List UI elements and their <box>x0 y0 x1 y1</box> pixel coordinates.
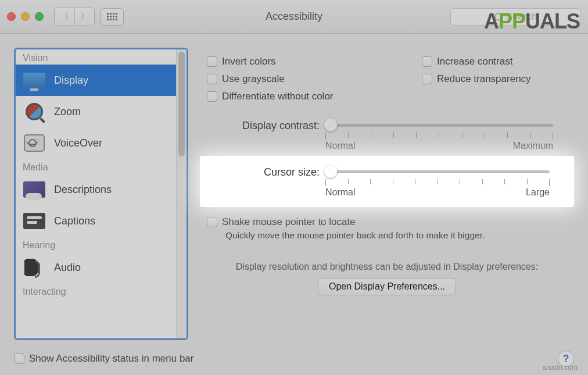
sidebar-item-label: Captions <box>54 215 95 227</box>
chevron-right-icon: 〉 <box>80 10 89 23</box>
option-label: Reduce transparency <box>437 73 531 85</box>
sidebar-item-label: VoiceOver <box>54 137 102 149</box>
window-controls <box>7 12 44 21</box>
resolution-note-text: Display resolution and brightness can be… <box>203 262 571 272</box>
checkbox-icon[interactable] <box>14 353 24 364</box>
option-label: Use grayscale <box>222 73 285 85</box>
category-media: Media <box>16 159 176 174</box>
forward-button[interactable]: 〉 <box>74 8 94 26</box>
display-contrast-slider[interactable]: Normal Maximum <box>325 119 571 151</box>
display-icon <box>23 70 46 90</box>
grid-icon <box>107 13 117 20</box>
option-reduce-transparency[interactable]: Reduce transparency <box>422 73 571 85</box>
slider-range-labels: Normal Maximum <box>325 141 553 151</box>
sidebar-item-label: Zoom <box>54 106 81 118</box>
cursor-size-row: Cursor size: Normal Large <box>232 165 567 198</box>
minimize-icon[interactable] <box>21 12 30 21</box>
shake-hint: Quickly move the mouse pointer back and … <box>225 230 571 241</box>
slider-track[interactable] <box>325 165 550 178</box>
checkbox-icon[interactable] <box>207 56 217 67</box>
watermark-brand: APPUALS <box>484 9 580 34</box>
checkbox-icon[interactable] <box>207 74 217 84</box>
shake-checkbox-row[interactable]: Shake mouse pointer to locate <box>207 216 571 228</box>
resolution-note: Display resolution and brightness can be… <box>203 262 571 295</box>
slider-max-label: Large <box>526 187 550 198</box>
display-contrast-row: Display contrast: Normal Maximum <box>232 119 571 151</box>
cursor-size-highlight: Cursor size: Normal Large <box>200 156 574 207</box>
category-sidebar: Vision Display Zoom VoiceOver Media Desc… <box>14 48 188 340</box>
top-options-grid: Invert colors Increase contrast Use gray… <box>207 53 571 105</box>
watermark-part: PP <box>499 9 525 34</box>
scroll-thumb[interactable] <box>178 52 185 156</box>
option-label: Increase contrast <box>437 56 512 67</box>
slider-track[interactable] <box>325 119 553 131</box>
sidebar-item-display[interactable]: Display <box>16 65 176 96</box>
slider-range-labels: Normal Large <box>325 187 550 198</box>
accessibility-window: 〈 〉 Accessibility Search Vision Display <box>0 0 588 375</box>
option-label: Differentiate without color <box>222 91 334 102</box>
slider-min-label: Normal <box>325 141 356 151</box>
footer-show-status-label: Show Accessibility status in menu bar <box>29 353 193 365</box>
content-area: Vision Display Zoom VoiceOver Media Desc… <box>0 34 588 345</box>
option-label: Invert colors <box>222 56 276 67</box>
slider-min-label: Normal <box>325 187 356 198</box>
sidebar-item-zoom[interactable]: Zoom <box>16 96 176 127</box>
option-invert-colors[interactable]: Invert colors <box>207 56 422 67</box>
checkbox-icon[interactable] <box>422 74 432 84</box>
show-all-button[interactable] <box>101 8 124 26</box>
voiceover-icon <box>23 133 46 153</box>
watermark-url: wsxdn.com <box>543 363 578 372</box>
checkbox-icon[interactable] <box>422 56 432 67</box>
open-display-prefs-button[interactable]: Open Display Preferences... <box>318 278 456 295</box>
nav-buttons: 〈 〉 <box>54 8 95 26</box>
sidebar-item-voiceover[interactable]: VoiceOver <box>16 127 176 159</box>
back-button[interactable]: 〈 <box>55 8 74 26</box>
slider-ticks <box>325 133 553 140</box>
watermark-part: A <box>484 9 499 34</box>
cursor-size-slider[interactable]: Normal Large <box>325 165 567 198</box>
captions-icon <box>23 211 46 231</box>
checkbox-icon[interactable] <box>207 217 217 227</box>
display-settings-panel: Invert colors Increase contrast Use gray… <box>200 48 574 340</box>
sidebar-item-audio[interactable]: Audio <box>16 252 176 283</box>
sidebar-scrollbar[interactable] <box>176 49 187 338</box>
category-vision: Vision <box>16 49 176 65</box>
slider-ticks <box>325 179 550 186</box>
zoom-icon <box>23 102 46 122</box>
sidebar-item-label: Audio <box>54 262 81 274</box>
category-interacting: Interacting <box>16 283 176 298</box>
descriptions-icon <box>23 180 46 199</box>
slider-knob[interactable] <box>324 165 337 178</box>
footer-bar: Show Accessibility status in menu bar ? <box>0 345 588 375</box>
option-differentiate[interactable]: Differentiate without color <box>207 91 571 102</box>
sidebar-item-label: Display <box>54 74 88 87</box>
slider-max-label: Maximum <box>513 141 553 151</box>
sidebar-item-label: Descriptions <box>54 184 112 196</box>
category-hearing: Hearing <box>16 237 176 252</box>
display-contrast-label: Display contrast: <box>232 119 325 132</box>
watermark-part: UALS <box>525 9 580 34</box>
sidebar-scroll: Vision Display Zoom VoiceOver Media Desc… <box>16 49 176 338</box>
option-increase-contrast[interactable]: Increase contrast <box>422 56 571 67</box>
sidebar-item-captions[interactable]: Captions <box>16 205 176 237</box>
option-use-grayscale[interactable]: Use grayscale <box>207 73 422 85</box>
chevron-left-icon: 〈 <box>60 10 69 23</box>
audio-icon <box>23 258 46 277</box>
option-shake-pointer: Shake mouse pointer to locate Quickly mo… <box>207 214 571 241</box>
option-label: Shake mouse pointer to locate <box>222 216 356 228</box>
zoom-window-icon[interactable] <box>35 12 44 21</box>
slider-knob[interactable] <box>324 119 337 131</box>
sidebar-item-descriptions[interactable]: Descriptions <box>16 174 176 205</box>
cursor-size-label: Cursor size: <box>232 165 325 178</box>
close-icon[interactable] <box>7 12 16 21</box>
checkbox-icon[interactable] <box>207 91 217 102</box>
